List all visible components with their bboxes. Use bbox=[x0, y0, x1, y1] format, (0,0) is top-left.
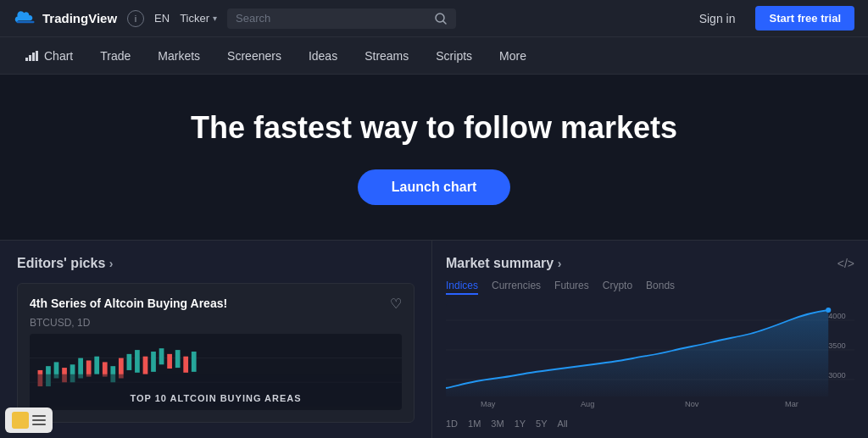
time-btn-1y[interactable]: 1Y bbox=[515, 419, 526, 429]
nav-item-chart[interactable]: Chart bbox=[14, 42, 85, 69]
search-bar[interactable] bbox=[227, 8, 456, 29]
info-icon[interactable]: i bbox=[127, 10, 144, 27]
svg-rect-24 bbox=[159, 348, 164, 364]
nav-item-markets[interactable]: Markets bbox=[146, 42, 212, 69]
taskbar-app-icon bbox=[12, 412, 29, 429]
market-summary-header: Market summary › </> bbox=[446, 256, 854, 271]
market-summary-arrow: › bbox=[558, 257, 562, 270]
nav-item-streams[interactable]: Streams bbox=[353, 42, 420, 69]
svg-text:May: May bbox=[481, 400, 496, 408]
nav-item-trade[interactable]: Trade bbox=[88, 42, 142, 69]
logo-icon bbox=[14, 10, 37, 27]
svg-rect-22 bbox=[143, 357, 148, 374]
svg-rect-21 bbox=[135, 350, 140, 373]
card-chart-label: TOP 10 ALTCOIN BUYING AREAS bbox=[130, 393, 301, 403]
svg-rect-27 bbox=[183, 357, 188, 373]
svg-text:Mar: Mar bbox=[785, 400, 798, 408]
card-subtitle: BTCUSD, 1D bbox=[30, 317, 402, 329]
svg-rect-28 bbox=[192, 352, 197, 372]
svg-text:3000: 3000 bbox=[828, 371, 846, 380]
card-header: 4th Series of Altcoin Buying Areas! ♡ bbox=[30, 296, 402, 312]
search-icon bbox=[434, 12, 448, 25]
ticker-selector[interactable]: Ticker ▾ bbox=[180, 12, 217, 25]
svg-rect-16 bbox=[94, 357, 99, 374]
ticker-chevron-icon: ▾ bbox=[213, 14, 217, 23]
nav-item-screeners[interactable]: Screeners bbox=[215, 42, 293, 69]
hero-title: The fastest way to follow markets bbox=[191, 110, 677, 146]
hero-section: The fastest way to follow markets Launch… bbox=[0, 75, 868, 240]
market-tab-currencies[interactable]: Currencies bbox=[492, 280, 541, 295]
search-input[interactable] bbox=[236, 12, 429, 25]
market-chart-area: 4000 3500 3000 May Aug Nov Mar bbox=[446, 303, 854, 413]
search-button[interactable] bbox=[434, 12, 448, 25]
launch-chart-button[interactable]: Launch chart bbox=[358, 169, 510, 205]
market-tabs: Indices Currencies Futures Crypto Bonds bbox=[446, 280, 854, 295]
svg-rect-25 bbox=[167, 354, 172, 369]
svg-rect-15 bbox=[86, 360, 92, 376]
taskbar bbox=[5, 408, 53, 433]
nav-item-scripts[interactable]: Scripts bbox=[424, 42, 484, 69]
svg-line-2 bbox=[443, 20, 447, 24]
trial-button[interactable]: Start free trial bbox=[755, 6, 854, 30]
menu-line-1 bbox=[32, 415, 46, 417]
editors-picks-arrow: › bbox=[109, 257, 114, 270]
bottom-section: Editors' picks › 4th Series of Altcoin B… bbox=[0, 241, 868, 438]
editors-picks-panel: Editors' picks › 4th Series of Altcoin B… bbox=[0, 241, 432, 438]
signin-button[interactable]: Sign in bbox=[689, 7, 746, 30]
svg-rect-4 bbox=[29, 55, 31, 61]
svg-rect-26 bbox=[175, 350, 181, 368]
market-summary-title[interactable]: Market summary › bbox=[446, 256, 561, 271]
svg-point-41 bbox=[826, 308, 831, 313]
svg-text:3500: 3500 bbox=[828, 341, 846, 350]
svg-text:Aug: Aug bbox=[581, 400, 594, 408]
market-chart-svg: 4000 3500 3000 May Aug Nov Mar bbox=[446, 303, 854, 413]
logo-area[interactable]: TradingView bbox=[14, 10, 117, 27]
market-tab-indices[interactable]: Indices bbox=[446, 280, 478, 295]
heart-icon[interactable]: ♡ bbox=[390, 296, 402, 312]
chart-nav-icon bbox=[25, 51, 39, 61]
time-btn-5y[interactable]: 5Y bbox=[536, 419, 547, 429]
brand-name: TradingView bbox=[42, 11, 117, 25]
card-title: 4th Series of Altcoin Buying Areas! bbox=[30, 296, 227, 311]
nav-item-ideas[interactable]: Ideas bbox=[297, 42, 349, 69]
editors-picks-card: 4th Series of Altcoin Buying Areas! ♡ BT… bbox=[17, 283, 415, 423]
svg-text:4000: 4000 bbox=[828, 312, 846, 320]
language-selector[interactable]: EN bbox=[154, 12, 170, 25]
market-summary-panel: Market summary › </> Indices Currencies … bbox=[432, 241, 868, 438]
svg-rect-6 bbox=[36, 51, 38, 61]
svg-rect-0 bbox=[17, 20, 35, 23]
time-btn-1d[interactable]: 1D bbox=[446, 419, 458, 429]
navbar: Chart Trade Markets Screeners Ideas Stre… bbox=[0, 37, 868, 75]
market-time-row: 1D 1M 3M 1Y 5Y All bbox=[446, 419, 854, 429]
card-chart-preview: TOP 10 ALTCOIN BUYING AREAS bbox=[30, 334, 402, 410]
svg-rect-20 bbox=[127, 354, 132, 370]
market-tab-bonds[interactable]: Bonds bbox=[646, 280, 675, 295]
market-tab-futures[interactable]: Futures bbox=[554, 280, 589, 295]
menu-line-2 bbox=[32, 419, 46, 421]
time-btn-all[interactable]: All bbox=[558, 419, 568, 429]
svg-text:Nov: Nov bbox=[685, 400, 699, 408]
topbar: TradingView i EN Ticker ▾ Sign in Start … bbox=[0, 0, 868, 37]
svg-rect-3 bbox=[25, 58, 28, 61]
svg-rect-23 bbox=[151, 352, 156, 372]
time-btn-1m[interactable]: 1M bbox=[468, 419, 481, 429]
svg-rect-5 bbox=[32, 53, 35, 61]
nav-item-more[interactable]: More bbox=[487, 42, 538, 69]
market-tab-crypto[interactable]: Crypto bbox=[603, 280, 632, 295]
editors-picks-title[interactable]: Editors' picks › bbox=[17, 256, 415, 271]
time-btn-3m[interactable]: 3M bbox=[491, 419, 504, 429]
taskbar-menu-icon[interactable] bbox=[32, 415, 46, 425]
menu-line-3 bbox=[32, 424, 46, 425]
embed-code-icon[interactable]: </> bbox=[837, 257, 854, 270]
